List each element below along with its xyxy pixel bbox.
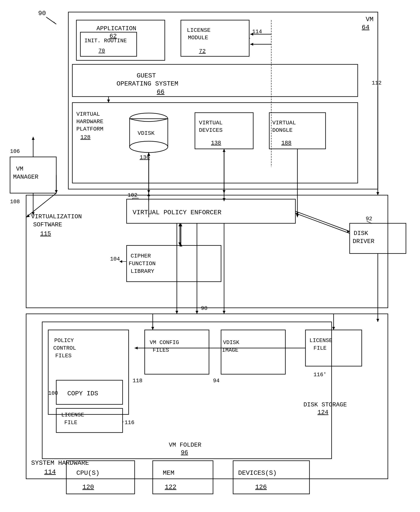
sh-ref: 114 (44, 468, 56, 476)
ref-108: 108 (10, 199, 20, 205)
svg-marker-80 (135, 347, 138, 349)
svg-line-77 (295, 213, 350, 233)
svg-marker-8 (250, 33, 253, 36)
mem-ref: 122 (165, 483, 176, 491)
dd-label1: DISK (354, 230, 368, 237)
cfl-label3: LIBRARY (131, 268, 154, 274)
dev-label: DEVICES(S) (238, 469, 277, 477)
vmm-label2: MANAGER (13, 174, 38, 180)
pcf-label3: FILES (55, 353, 72, 359)
vd-label1: VIRTUAL (199, 120, 223, 126)
vmf-label: VM FOLDER (169, 442, 201, 449)
svg-marker-88 (376, 192, 379, 195)
guest-os-label: GUEST (137, 72, 156, 79)
svg-marker-10 (250, 43, 253, 46)
license-module-label: LICENSE (187, 27, 210, 33)
ref-90: 90 (38, 10, 46, 17)
svg-rect-58 (153, 461, 213, 494)
lf-inner-label1: LICENSE (61, 412, 84, 418)
svg-point-16 (130, 141, 168, 153)
svg-line-46 (295, 211, 350, 231)
svg-marker-84 (55, 190, 58, 193)
svg-marker-75 (223, 149, 225, 152)
ref-102: 102 (128, 192, 137, 198)
dev-ref: 126 (255, 483, 267, 491)
application-label: APPLICATION (97, 25, 136, 32)
vdon-ref: 188 (281, 140, 291, 146)
vhp-label1: VIRTUAL (76, 111, 100, 117)
vs-ref: 115 (40, 230, 51, 237)
cpu-ref: 120 (82, 483, 94, 491)
vm-ref: 64 (362, 24, 369, 31)
svg-marker-76 (223, 198, 225, 201)
svg-marker-40 (32, 137, 35, 140)
svg-rect-12 (72, 64, 358, 97)
mem-label: MEM (163, 469, 174, 477)
vhp-label3: PLATFORM (76, 126, 103, 132)
vd-ref: 138 (211, 140, 221, 146)
cfl-label1: CIPHER (131, 253, 151, 259)
ref-92: 92 (366, 216, 372, 222)
guest-os-label2: OPERATING SYSTEM (117, 80, 178, 87)
ds-label: DISK STORAGE (303, 401, 347, 408)
copy-ids-label: COPY IDS (67, 390, 98, 397)
dd-label2: DRIVER (353, 238, 374, 245)
vs-label2: SOFTWARE (33, 221, 62, 228)
svg-marker-67 (223, 311, 225, 314)
cpu-label: CPU(S) (76, 469, 99, 477)
svg-marker-45 (376, 319, 379, 322)
guest-os-ref: 66 (157, 88, 164, 96)
ref-116prime: 116' (314, 372, 327, 378)
vi-label1: VDISK (223, 340, 240, 346)
ref-98: 98 (201, 305, 207, 311)
svg-rect-4 (80, 32, 137, 56)
license-module-label2: MODULE (188, 35, 208, 41)
vdon-label1: VIRTUAL (272, 120, 296, 126)
init-routine-ref: 70 (98, 48, 105, 54)
vmm-label1: VM (16, 166, 23, 172)
ref-106: 106 (10, 148, 20, 155)
svg-marker-82 (332, 327, 335, 330)
lf-outer-label1: LICENSE (309, 338, 332, 344)
svg-marker-37 (120, 260, 122, 263)
vcf-label1: VM CONFIG (150, 340, 179, 346)
svg-marker-65 (195, 311, 198, 314)
init-routine-label: INIT. ROUTINE (84, 38, 127, 44)
vmf-ref: 96 (181, 449, 188, 456)
vhp-label2: HARDWARE (76, 118, 103, 125)
license-module-ref: 72 (199, 48, 206, 54)
diagram-container: 90 VM 64 APPLICATION 62 INIT. ROUTINE 70… (0, 0, 420, 512)
svg-rect-59 (233, 461, 309, 494)
lf-outer-label2: FILE (314, 345, 327, 351)
lf-inner-label2: FILE (64, 420, 77, 426)
ds-ref: 124 (317, 409, 328, 416)
pcf-label1: POLICY (54, 338, 74, 344)
svg-marker-63 (175, 311, 178, 314)
ref-104: 104 (110, 256, 120, 262)
ref-118: 118 (133, 378, 142, 384)
vdon-label2: DONGLE (272, 127, 292, 133)
ref-116: 116 (125, 420, 135, 426)
ref-112: 112 (372, 80, 382, 86)
vd-label2: DEVICES (199, 127, 223, 133)
pcf-label2: CONTROL (53, 345, 76, 351)
svg-marker-90 (151, 327, 154, 330)
ref-94: 94 (213, 378, 219, 384)
vpe-label: VIRTUAL POLICY ENFORCER (133, 209, 221, 216)
vm-label: VM (366, 16, 373, 23)
vs-label1: VIRTUALIZATION (31, 213, 82, 220)
vdisk-label: VDISK (138, 130, 155, 136)
svg-marker-70 (107, 100, 110, 103)
vhp-ref: 128 (80, 134, 90, 140)
cfl-label2: FUNCTION (129, 261, 156, 267)
